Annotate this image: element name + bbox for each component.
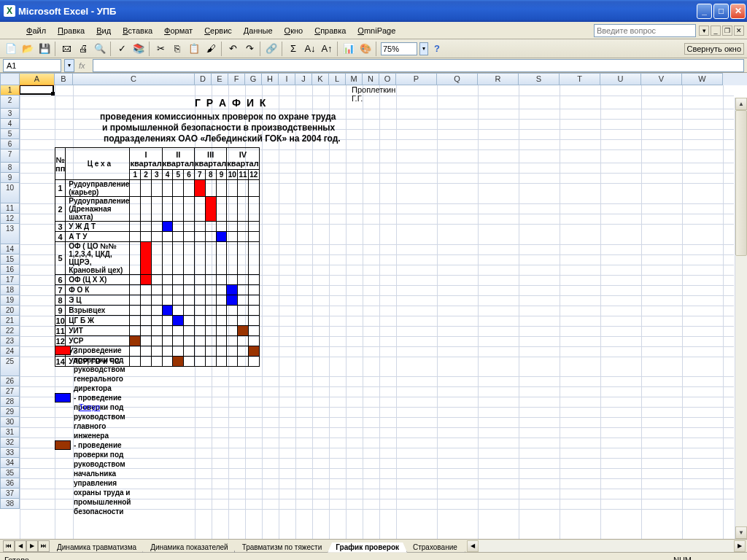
collapse-window-button[interactable]: Свернуть окно	[684, 43, 744, 55]
format-painter-button[interactable]: 🖌	[203, 41, 219, 57]
row-header[interactable]: 33	[0, 448, 20, 458]
horizontal-scrollbar[interactable]: ◀ ▶	[467, 540, 746, 552]
column-header[interactable]: L	[329, 73, 346, 85]
row-header[interactable]: 32	[0, 438, 20, 448]
preview-button[interactable]: 🔍	[92, 41, 108, 57]
row-header[interactable]: 15	[0, 254, 20, 265]
title-link[interactable]: Титул	[79, 402, 100, 411]
vertical-scrollbar[interactable]: ▲ ▼	[735, 98, 747, 539]
row-header[interactable]: 8	[0, 163, 20, 173]
column-header[interactable]: O	[379, 73, 396, 85]
save-button[interactable]: 💾	[36, 41, 53, 57]
maximize-button[interactable]: □	[713, 4, 729, 19]
row-header[interactable]: 9	[0, 173, 20, 183]
doc-restore-button[interactable]: ❐	[722, 26, 732, 36]
undo-button[interactable]: ↶	[225, 41, 241, 57]
research-button[interactable]: 📚	[131, 41, 147, 57]
row-header[interactable]: 20	[0, 306, 20, 316]
row-header[interactable]: 36	[0, 478, 20, 489]
row-header[interactable]: 17	[0, 275, 20, 285]
zoom-input[interactable]: 75%	[381, 42, 417, 55]
row-header[interactable]: 31	[0, 427, 20, 438]
menu-вид[interactable]: Вид	[90, 25, 117, 36]
column-header[interactable]: B	[55, 73, 73, 85]
column-header[interactable]: D	[195, 73, 212, 85]
column-header[interactable]: T	[560, 73, 600, 85]
row-header[interactable]: 6	[0, 139, 20, 149]
column-header[interactable]: K	[312, 73, 329, 85]
row-header[interactable]: 26	[0, 376, 20, 386]
tab-first-button[interactable]: ⏮	[3, 540, 15, 552]
row-header[interactable]: 14	[0, 244, 20, 254]
sheet-tab[interactable]: График проверок	[328, 542, 407, 553]
scroll-up-button[interactable]: ▲	[735, 98, 747, 110]
row-header[interactable]: 22	[0, 326, 20, 336]
doc-minimize-button[interactable]: _	[711, 26, 721, 36]
open-button[interactable]: 📂	[20, 41, 36, 57]
column-header[interactable]: M	[346, 73, 363, 85]
doc-close-button[interactable]: ✕	[734, 26, 744, 36]
row-header[interactable]: 21	[0, 316, 20, 326]
row-header[interactable]: 38	[0, 499, 20, 509]
spelling-button[interactable]: ✓	[114, 41, 130, 57]
cell-grid[interactable]: Проплеткин Г.Г. Г Р А Ф И К проведения к…	[20, 85, 747, 539]
column-header[interactable]: C	[73, 73, 195, 85]
row-header[interactable]: 4	[0, 119, 20, 129]
row-header[interactable]: 16	[0, 265, 20, 275]
copy-button[interactable]: ⎘	[169, 41, 185, 57]
row-header[interactable]: 18	[0, 285, 20, 295]
permission-button[interactable]: 🖂	[58, 41, 74, 57]
minimize-button[interactable]: _	[697, 4, 712, 19]
row-header[interactable]: 37	[0, 489, 20, 499]
row-header[interactable]: 1	[0, 85, 20, 96]
close-button[interactable]: ✕	[730, 4, 746, 19]
column-header[interactable]: J	[295, 73, 312, 85]
scroll-thumb[interactable]	[735, 110, 747, 256]
row-header[interactable]: 27	[0, 386, 20, 397]
row-header[interactable]: 25	[0, 357, 20, 376]
sheet-tab[interactable]: Динамика показателей	[142, 542, 236, 553]
menu-файл[interactable]: Файл	[20, 25, 52, 36]
sheet-tab[interactable]: Травматизм по тяжести	[234, 542, 330, 553]
scroll-right-button[interactable]: ▶	[734, 540, 746, 552]
row-header[interactable]: 2	[0, 96, 20, 109]
column-header[interactable]: N	[363, 73, 379, 85]
column-header[interactable]: Q	[437, 73, 478, 85]
dropdown-icon[interactable]: ▾	[699, 26, 709, 36]
column-header[interactable]: H	[262, 73, 279, 85]
column-header[interactable]: V	[641, 73, 682, 85]
column-header[interactable]: U	[600, 73, 641, 85]
row-header[interactable]: 7	[0, 149, 20, 163]
tab-next-button[interactable]: ▶	[26, 540, 38, 552]
tab-prev-button[interactable]: ◀	[15, 540, 26, 552]
row-header[interactable]: 12	[0, 214, 20, 224]
row-header[interactable]: 30	[0, 417, 20, 427]
scroll-down-button[interactable]: ▼	[735, 526, 747, 539]
row-header[interactable]: 28	[0, 397, 20, 407]
column-header[interactable]: F	[228, 73, 245, 85]
row-header[interactable]: 5	[0, 129, 20, 139]
row-header[interactable]: 35	[0, 468, 20, 478]
sheet-tab[interactable]: Динамика травматизма	[49, 542, 144, 553]
row-header[interactable]: 3	[0, 109, 20, 119]
row-header[interactable]: 24	[0, 346, 20, 357]
menu-справка[interactable]: Справка	[309, 25, 352, 36]
autosum-button[interactable]: Σ	[285, 41, 301, 57]
column-header[interactable]: G	[245, 73, 262, 85]
redo-button[interactable]: ↷	[241, 41, 258, 57]
column-header[interactable]: S	[519, 73, 560, 85]
row-header[interactable]: 29	[0, 407, 20, 417]
help-search-input[interactable]	[594, 24, 696, 37]
row-header[interactable]: 10	[0, 183, 20, 203]
cut-button[interactable]: ✂	[152, 41, 169, 57]
scroll-left-button[interactable]: ◀	[467, 540, 479, 552]
menu-данные[interactable]: Данные	[238, 25, 279, 36]
drawing-button[interactable]: 🎨	[357, 41, 374, 57]
menu-вставка[interactable]: Вставка	[117, 25, 158, 36]
fx-label[interactable]: fx	[79, 61, 85, 70]
row-header[interactable]: 34	[0, 458, 20, 468]
column-header[interactable]: W	[682, 73, 723, 85]
hyperlink-button[interactable]: 🔗	[263, 41, 279, 57]
row-header[interactable]: 13	[0, 224, 20, 244]
column-header[interactable]: P	[396, 73, 437, 85]
